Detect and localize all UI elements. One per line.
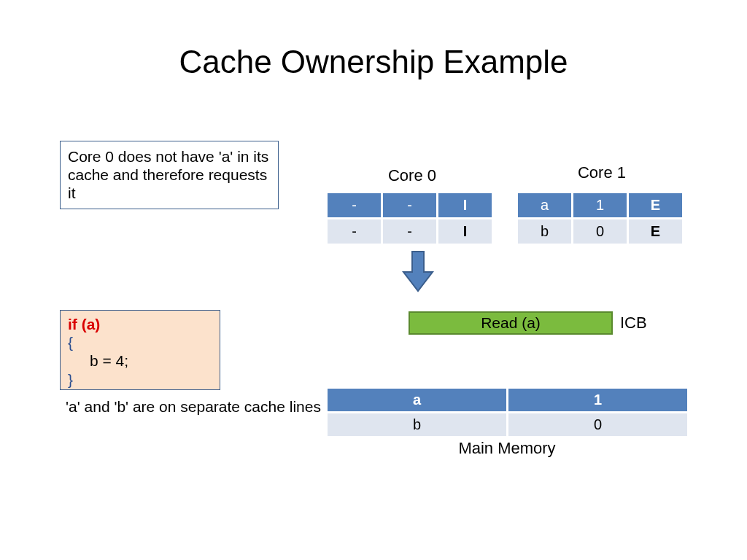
cache-cell: -: [382, 219, 438, 245]
slide-title: Cache Ownership Example: [0, 0, 747, 80]
cache-cell: b: [517, 219, 573, 245]
main-memory-label: Main Memory: [325, 439, 689, 458]
icb-action-bar: Read (a): [409, 311, 613, 335]
memory-cell: b: [327, 413, 508, 438]
core0-cache-table: - - I - - I: [325, 191, 494, 246]
cache-cell: -: [382, 192, 438, 219]
core1-cache-table: a 1 E b 0 E: [516, 191, 684, 246]
down-arrow-icon: [402, 250, 434, 292]
cache-cell: E: [628, 192, 684, 219]
cache-cell: E: [628, 219, 684, 245]
code-body: b = 4;: [68, 351, 212, 370]
explanation-note: Core 0 does not have 'a' in its cache an…: [60, 141, 279, 209]
code-if-line: if (a): [68, 315, 212, 333]
cache-cell: 1: [573, 192, 628, 219]
core1-label: Core 1: [554, 163, 649, 182]
cache-cell: I: [438, 219, 493, 245]
cache-cell: -: [327, 219, 382, 245]
core0-label: Core 0: [365, 166, 460, 185]
memory-cell: a: [327, 388, 508, 413]
code-close-brace: }: [68, 370, 212, 389]
cache-cell: 0: [573, 219, 628, 245]
code-snippet: if (a) { b = 4; }: [60, 310, 220, 390]
code-open-brace: {: [68, 333, 212, 351]
svg-marker-0: [403, 252, 433, 291]
cache-cell: a: [517, 192, 573, 219]
cache-cell: I: [438, 192, 493, 219]
code-footnote: 'a' and 'b' are on separate cache lines: [66, 397, 321, 416]
cache-cell: -: [327, 192, 382, 219]
memory-cell: 1: [508, 388, 689, 413]
icb-label: ICB: [620, 314, 647, 332]
main-memory-table: a 1 b 0: [325, 386, 689, 438]
memory-cell: 0: [508, 413, 689, 438]
